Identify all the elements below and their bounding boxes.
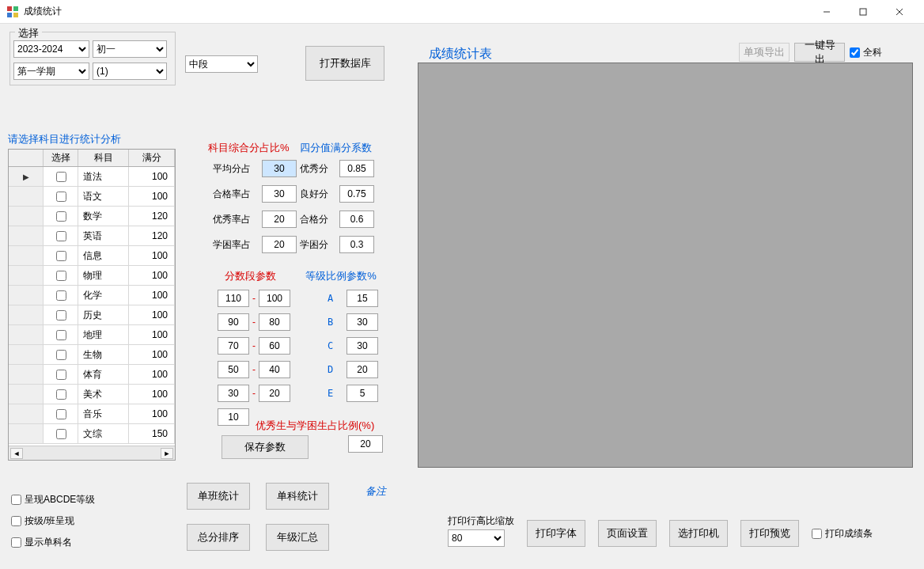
term-select[interactable]: 第一学期: [13, 63, 89, 80]
segment-low-input[interactable]: [259, 313, 290, 331]
row-select-cell[interactable]: [44, 167, 78, 186]
segment-low-input[interactable]: [259, 361, 290, 378]
grid-col-fullscore[interactable]: 满分: [129, 150, 175, 166]
row-select-cell[interactable]: [44, 424, 78, 443]
table-row[interactable]: 数学120: [9, 207, 175, 226]
row-select-cell[interactable]: [44, 226, 78, 245]
table-row[interactable]: 美术100: [9, 385, 175, 404]
page-setup-button[interactable]: 页面设置: [598, 520, 657, 547]
grid-horizontal-scrollbar[interactable]: ◄ ►: [9, 446, 175, 460]
scroll-right-icon[interactable]: ►: [161, 448, 173, 459]
table-row[interactable]: 音乐100: [9, 404, 175, 424]
excellent-rate-input[interactable]: [262, 211, 297, 228]
row-select-cell[interactable]: [44, 286, 78, 305]
row-select-checkbox[interactable]: [56, 172, 66, 182]
pass-rate-input[interactable]: [262, 185, 297, 203]
grade-ratio-input[interactable]: [346, 313, 378, 331]
segment-high-input[interactable]: [218, 361, 249, 378]
maximize-button[interactable]: [845, 0, 881, 24]
export-all-button[interactable]: 一键导出: [794, 43, 845, 62]
print-slip-checkbox[interactable]: 打印成绩条: [812, 527, 873, 541]
segment-high-input[interactable]: [218, 337, 249, 355]
row-select-checkbox[interactable]: [56, 192, 66, 202]
grade-ratio-input[interactable]: [346, 361, 378, 378]
row-select-checkbox[interactable]: [56, 310, 66, 321]
top-struggle-input[interactable]: [348, 435, 383, 453]
pass-full-input[interactable]: [339, 211, 374, 228]
table-row[interactable]: 生物100: [9, 345, 175, 365]
class-select[interactable]: (1): [93, 63, 167, 80]
segment-high-input[interactable]: [218, 385, 249, 402]
select-printer-button[interactable]: 选打印机: [669, 520, 728, 547]
row-select-cell[interactable]: [44, 325, 78, 344]
segment-high-input[interactable]: [218, 408, 249, 426]
row-select-checkbox[interactable]: [56, 409, 66, 419]
row-select-cell[interactable]: [44, 345, 78, 364]
grade-select[interactable]: 初一: [93, 40, 167, 58]
print-font-button[interactable]: 打印字体: [527, 520, 585, 547]
table-row[interactable]: 体育100: [9, 365, 175, 385]
note-link[interactable]: 备注: [365, 484, 386, 499]
show-abcde-checkbox[interactable]: 呈现ABCDE等级: [11, 493, 95, 506]
segment-high-input[interactable]: [218, 290, 249, 307]
row-select-checkbox[interactable]: [56, 370, 66, 380]
row-select-cell[interactable]: [44, 187, 78, 206]
subject-stat-button[interactable]: 单科统计: [266, 483, 329, 510]
segment-low-input[interactable]: [259, 385, 290, 402]
row-select-cell[interactable]: [44, 246, 78, 265]
save-params-button[interactable]: 保存参数: [222, 435, 309, 459]
grade-ratio-input[interactable]: [346, 337, 378, 355]
row-select-cell[interactable]: [44, 404, 78, 423]
year-select[interactable]: 2023-2024: [13, 40, 89, 58]
table-row[interactable]: 物理100: [9, 266, 175, 286]
row-height-select[interactable]: 80: [448, 529, 505, 547]
row-select-checkbox[interactable]: [56, 350, 66, 360]
segment-low-input[interactable]: [259, 337, 290, 355]
open-database-button[interactable]: 打开数据库: [305, 46, 384, 81]
table-row[interactable]: 文综150: [9, 424, 175, 444]
row-select-cell[interactable]: [44, 385, 78, 404]
show-single-subject-checkbox[interactable]: 显示单科名: [11, 536, 95, 549]
table-row[interactable]: 信息100: [9, 246, 175, 266]
table-row[interactable]: 英语120: [9, 226, 175, 246]
scroll-left-icon[interactable]: ◄: [10, 448, 23, 459]
struggle-rate-input[interactable]: [262, 236, 297, 253]
subject-grid[interactable]: 选择 科目 满分 ▶道法100语文100数学120英语120信息100物理100…: [8, 149, 176, 461]
row-select-checkbox[interactable]: [56, 330, 66, 340]
grade-ratio-input[interactable]: [346, 385, 378, 402]
row-select-cell[interactable]: [44, 207, 78, 226]
row-select-cell[interactable]: [44, 365, 78, 384]
row-select-checkbox[interactable]: [56, 251, 66, 261]
table-row[interactable]: 地理100: [9, 325, 175, 345]
good-full-input[interactable]: [339, 185, 374, 203]
row-select-checkbox[interactable]: [56, 389, 66, 400]
class-stat-button[interactable]: 单班统计: [187, 483, 250, 510]
stage-select[interactable]: 中段: [185, 55, 258, 73]
row-select-cell[interactable]: [44, 266, 78, 285]
avg-ratio-input[interactable]: [262, 160, 297, 177]
struggle-full-input[interactable]: [339, 236, 374, 253]
grid-col-select[interactable]: 选择: [44, 150, 78, 166]
row-select-checkbox[interactable]: [56, 271, 66, 281]
minimize-button[interactable]: [808, 0, 845, 24]
row-select-checkbox[interactable]: [56, 429, 66, 439]
close-button[interactable]: [881, 0, 918, 24]
row-select-checkbox[interactable]: [56, 290, 66, 301]
table-row[interactable]: ▶道法100: [9, 167, 175, 187]
table-row[interactable]: 化学100: [9, 286, 175, 305]
grid-col-subject[interactable]: 科目: [78, 150, 129, 166]
total-rank-button[interactable]: 总分排序: [187, 524, 250, 551]
grade-summary-button[interactable]: 年级汇总: [266, 524, 329, 551]
grade-ratio-input[interactable]: [346, 290, 378, 307]
excellent-full-input[interactable]: [339, 160, 374, 177]
all-subjects-checkbox[interactable]: 全科: [850, 46, 882, 59]
row-select-cell[interactable]: [44, 305, 78, 324]
row-select-checkbox[interactable]: [56, 231, 66, 241]
print-preview-button[interactable]: 打印预览: [740, 520, 799, 547]
row-select-checkbox[interactable]: [56, 211, 66, 222]
segment-high-input[interactable]: [218, 313, 249, 331]
table-row[interactable]: 历史100: [9, 305, 175, 325]
by-class-checkbox[interactable]: 按级/班呈现: [11, 514, 95, 528]
table-row[interactable]: 语文100: [9, 187, 175, 207]
segment-low-input[interactable]: [259, 290, 290, 307]
